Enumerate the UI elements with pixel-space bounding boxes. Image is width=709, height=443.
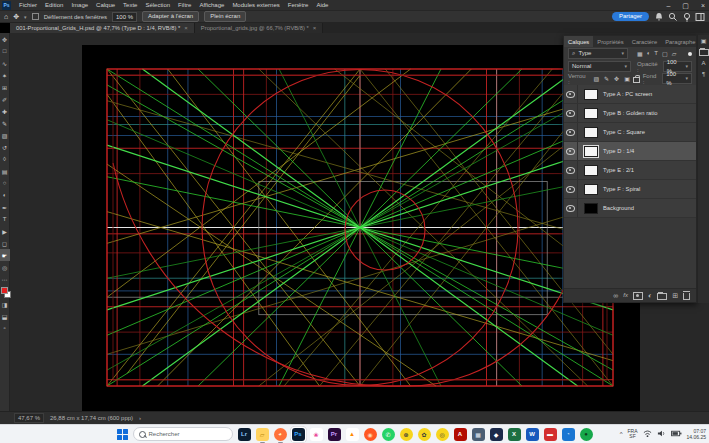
app-yellow-2-icon[interactable]: ✿ bbox=[418, 428, 431, 441]
marquee-tool[interactable]: □ bbox=[0, 45, 10, 57]
document-tab-2[interactable]: Proportional_grids.jpg @ 66,7% (RVB/8) *… bbox=[195, 23, 323, 33]
app-yellow-3-icon[interactable]: ◎ bbox=[436, 428, 449, 441]
battery-icon[interactable] bbox=[671, 429, 682, 438]
layer-row[interactable]: Type A : PC screen bbox=[564, 85, 696, 104]
healing-tool[interactable]: ✚ bbox=[0, 105, 10, 117]
filter-toggle-pin[interactable] bbox=[688, 52, 692, 56]
eye-icon[interactable] bbox=[566, 91, 575, 98]
panel-tab-caractère[interactable]: Caractère bbox=[628, 36, 661, 47]
shape-tool[interactable]: ◻ bbox=[0, 237, 10, 249]
pen-tool[interactable]: ✒ bbox=[0, 201, 10, 213]
excel-icon[interactable]: X bbox=[508, 428, 521, 441]
layer-thumbnail[interactable] bbox=[584, 203, 598, 214]
eye-icon[interactable] bbox=[566, 110, 575, 117]
magic-wand-tool[interactable]: ✶ bbox=[0, 69, 10, 81]
workspace-layout-icon[interactable] bbox=[695, 12, 705, 22]
layer-row[interactable]: Type B : Golden ratio bbox=[564, 104, 696, 123]
word-icon[interactable]: W bbox=[526, 428, 539, 441]
tab-close-icon[interactable]: × bbox=[184, 25, 188, 31]
document-tab-1[interactable]: 001-Proportional_Grids_H.psd @ 47,7% (Ty… bbox=[10, 23, 195, 33]
color-swatches[interactable] bbox=[0, 286, 10, 298]
lasso-tool[interactable]: ∿ bbox=[0, 57, 10, 69]
eye-icon[interactable] bbox=[566, 148, 575, 155]
status-zoom-input[interactable]: 47,67 % bbox=[14, 413, 44, 423]
menu-item-image[interactable]: Image bbox=[67, 2, 92, 8]
menu-item-sélection[interactable]: Sélection bbox=[141, 2, 174, 8]
layer-row[interactable]: Type C : Square bbox=[564, 123, 696, 142]
visibility-cell[interactable] bbox=[564, 199, 578, 217]
lock-icon-4[interactable]: ▣ bbox=[624, 75, 630, 82]
premiere-icon[interactable]: Pr bbox=[328, 428, 341, 441]
quick-mask-icon[interactable]: ◨ bbox=[0, 298, 10, 310]
status-arrow-icon[interactable]: › bbox=[139, 415, 141, 421]
menu-item-aide[interactable]: Aide bbox=[312, 2, 332, 8]
menu-item-affichage[interactable]: Affichage bbox=[195, 2, 228, 8]
menu-item-edition[interactable]: Edition bbox=[41, 2, 67, 8]
close-button[interactable]: × bbox=[701, 2, 705, 9]
visibility-cell[interactable] bbox=[564, 161, 578, 179]
tab-close-icon[interactable]: × bbox=[313, 25, 317, 31]
paragraph-dock-icon[interactable]: ¶ bbox=[699, 69, 709, 78]
visibility-cell[interactable] bbox=[564, 85, 578, 103]
menu-item-texte[interactable]: Texte bbox=[119, 2, 141, 8]
maximize-button[interactable]: ▢ bbox=[682, 2, 689, 10]
language-indicator[interactable]: FRASF bbox=[628, 429, 638, 439]
type-tool[interactable]: T bbox=[0, 213, 10, 225]
photos-icon[interactable]: ❀ bbox=[310, 428, 323, 441]
app-dark-blue-icon[interactable]: ◆ bbox=[490, 428, 503, 441]
eraser-tool[interactable]: ◊ bbox=[0, 153, 10, 165]
menu-item-filtre[interactable]: Filtre bbox=[174, 2, 195, 8]
layer-filter-icon-5[interactable]: ▱ bbox=[672, 50, 677, 57]
vlc-icon[interactable]: ▲ bbox=[346, 428, 359, 441]
panel-tab-calques[interactable]: Calques bbox=[564, 36, 593, 47]
visibility-cell[interactable] bbox=[564, 123, 578, 141]
eye-icon[interactable] bbox=[566, 167, 575, 174]
app-red-icon[interactable]: ▬ bbox=[544, 428, 557, 441]
eye-icon[interactable] bbox=[566, 205, 575, 212]
move-tool[interactable]: ✥ bbox=[0, 33, 10, 45]
fx-icon[interactable]: fx bbox=[623, 289, 628, 302]
app-yellow-1-icon[interactable]: ⊛ bbox=[400, 428, 413, 441]
blur-tool[interactable]: ○ bbox=[0, 177, 10, 189]
blend-mode-select[interactable]: Normal ▾ bbox=[568, 61, 631, 72]
hand-tool-icon[interactable]: ✥ bbox=[13, 13, 19, 21]
panel-tab-paragraphe[interactable]: Paragraphe bbox=[661, 36, 699, 47]
fullscreen-button[interactable]: Plein écran bbox=[204, 11, 246, 22]
lock-icon-3[interactable]: ✥ bbox=[614, 75, 619, 82]
brush-tool[interactable]: ✎ bbox=[0, 117, 10, 129]
group-icon[interactable] bbox=[657, 293, 667, 300]
layer-row[interactable]: Type F : Spiral bbox=[564, 180, 696, 199]
minimize-button[interactable]: – bbox=[666, 2, 670, 9]
history-brush-tool[interactable]: ↺ bbox=[0, 141, 10, 153]
link-icon[interactable]: ∞ bbox=[613, 289, 618, 302]
taskbar-search[interactable]: Rechercher bbox=[133, 427, 233, 441]
screen-mode-icon[interactable]: ⬓ bbox=[0, 310, 10, 322]
layer-filter-icon-3[interactable]: T bbox=[654, 50, 658, 57]
eye-icon[interactable] bbox=[566, 186, 575, 193]
zoom-tool[interactable]: ◎ bbox=[0, 261, 10, 273]
lightroom-icon[interactable]: Lr bbox=[238, 428, 251, 441]
workspace-icon[interactable]: ▫ bbox=[0, 322, 10, 334]
lock-all-icon[interactable] bbox=[633, 77, 640, 83]
layer-filter-icon-2[interactable]: ◐ bbox=[647, 50, 651, 57]
eye-icon[interactable] bbox=[566, 129, 575, 136]
chevron-down-icon[interactable]: ▾ bbox=[24, 14, 27, 20]
menu-item-modules-externes[interactable]: Modules externes bbox=[228, 2, 283, 8]
character-dock-icon[interactable]: A bbox=[699, 58, 709, 67]
volume-icon[interactable] bbox=[657, 429, 666, 438]
delete-icon[interactable] bbox=[683, 293, 690, 300]
fit-screen-button[interactable]: Adapter à l'écran bbox=[142, 11, 199, 22]
scroll-all-windows-checkbox[interactable] bbox=[32, 13, 39, 20]
app-green-icon[interactable]: ● bbox=[580, 428, 593, 441]
libraries-dock-icon[interactable] bbox=[699, 47, 709, 56]
menu-item-calque[interactable]: Calque bbox=[92, 2, 119, 8]
panel-tab-propriétés[interactable]: Propriétés bbox=[593, 36, 627, 47]
gradient-tool[interactable]: ▤ bbox=[0, 165, 10, 177]
clock[interactable]: 07:0714.06.25 bbox=[687, 428, 706, 440]
whatsapp-icon[interactable]: ✆ bbox=[382, 428, 395, 441]
layer-thumbnail[interactable] bbox=[584, 165, 598, 176]
photoshop-icon[interactable]: Ps bbox=[292, 428, 305, 441]
dodge-tool[interactable]: ◐ bbox=[0, 189, 10, 201]
layer-filter-icon-4[interactable]: ▢ bbox=[662, 50, 668, 57]
adjustment-icon[interactable]: ◐ bbox=[648, 289, 652, 302]
